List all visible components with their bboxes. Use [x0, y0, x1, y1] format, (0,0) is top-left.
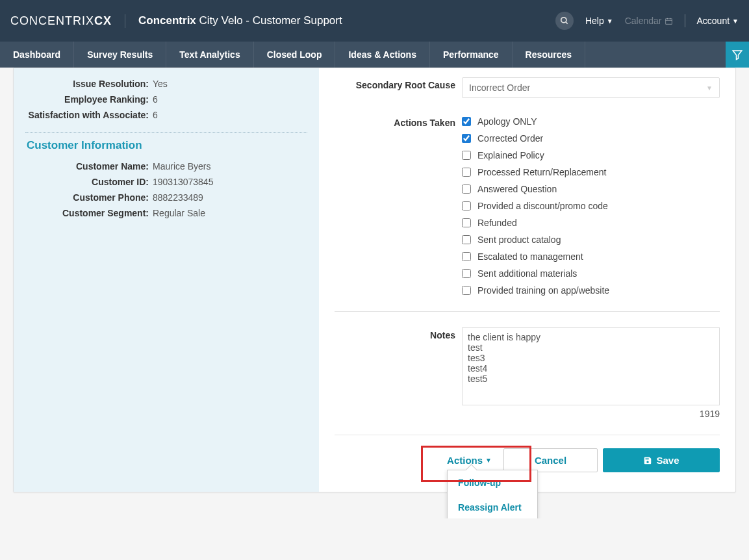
info-value: Regular Sale: [153, 208, 205, 218]
action-taken-item[interactable]: Sent product catalog: [462, 235, 720, 245]
info-row: Customer Name: Maurice Byers: [25, 159, 307, 174]
svg-rect-2: [665, 18, 672, 24]
nav-dashboard[interactable]: Dashboard: [0, 42, 74, 68]
action-taken-checkbox[interactable]: [462, 235, 471, 244]
action-taken-label: Provided a discount/promo code: [477, 201, 608, 211]
info-value: 6: [153, 94, 158, 105]
nav-performance[interactable]: Performance: [430, 42, 513, 68]
save-icon: [643, 456, 652, 465]
action-taken-item[interactable]: Explained Policy: [462, 150, 720, 160]
action-taken-checkbox[interactable]: [462, 134, 471, 143]
main-nav: Dashboard Survey Results Text Analytics …: [0, 42, 749, 68]
account-menu[interactable]: Account ▼: [697, 16, 739, 26]
nav-text-analytics[interactable]: Text Analytics: [166, 42, 253, 68]
actions-taken-row: Actions Taken Apology ONLYCorrected Orde…: [335, 111, 720, 299]
actions-dropdown-menu: Follow-up Reassign Alert View Change Log: [447, 470, 538, 518]
caret-down-icon: ▼: [732, 18, 739, 25]
chevron-down-icon: ▼: [706, 84, 713, 92]
secondary-root-cause-row: Secondary Root Cause Incorrect Order ▼: [335, 73, 720, 102]
action-taken-checkbox[interactable]: [462, 117, 471, 126]
action-taken-label: Refunded: [477, 218, 517, 228]
actions-taken-list: Apology ONLYCorrected OrderExplained Pol…: [462, 115, 720, 296]
action-taken-item[interactable]: Escalated to management: [462, 251, 720, 262]
secondary-root-cause-select[interactable]: Incorrect Order ▼: [462, 77, 720, 98]
brand-bold: Concentrix: [138, 14, 196, 27]
action-taken-checkbox[interactable]: [462, 201, 471, 210]
action-taken-label: Explained Policy: [477, 150, 544, 160]
save-button[interactable]: Save: [603, 448, 720, 472]
dropdown-follow-up[interactable]: Follow-up: [448, 470, 537, 495]
calendar-menu[interactable]: Calendar: [625, 16, 673, 26]
app-header: CONCENTRIXCX Concentrix City Velo - Cust…: [0, 0, 749, 42]
action-taken-checkbox[interactable]: [462, 218, 471, 227]
info-row: Issue Resolution: Yes: [25, 76, 307, 92]
section-divider: [25, 132, 307, 133]
select-value: Incorrect Order: [469, 83, 530, 93]
info-label: Customer Phone:: [25, 192, 153, 203]
logo: CONCENTRIXCX: [10, 14, 125, 28]
info-label: Issue Resolution:: [25, 79, 153, 89]
header-right: Help ▼ Calendar Account ▼: [555, 12, 739, 30]
calendar-icon: [665, 17, 673, 25]
form-label: Notes: [335, 327, 462, 340]
nav-survey-results[interactable]: Survey Results: [74, 42, 166, 68]
action-taken-checkbox[interactable]: [462, 252, 471, 261]
info-value: Yes: [153, 79, 168, 89]
nav-resources[interactable]: Resources: [513, 42, 586, 68]
info-label: Customer Segment:: [25, 208, 153, 218]
form-panel: Secondary Root Cause Incorrect Order ▼ A…: [319, 68, 735, 492]
action-taken-item[interactable]: Provided a discount/promo code: [462, 201, 720, 211]
help-menu[interactable]: Help ▼: [585, 16, 613, 26]
button-row: Actions ▼ Follow-up Reassign Alert View …: [335, 448, 720, 472]
action-taken-checkbox[interactable]: [462, 269, 471, 278]
logo-prefix: CONCENTRIX: [10, 14, 94, 27]
info-row: Customer Phone: 8882233489: [25, 190, 307, 205]
caret-down-icon: ▼: [485, 457, 492, 464]
divider: [335, 311, 720, 312]
caret-down-icon: ▼: [607, 18, 613, 25]
action-taken-item[interactable]: Refunded: [462, 218, 720, 228]
action-taken-checkbox[interactable]: [462, 185, 471, 194]
action-taken-label: Provided training on app/website: [477, 285, 609, 296]
action-taken-label: Processed Return/Replacement: [477, 167, 606, 177]
action-taken-item[interactable]: Corrected Order: [462, 133, 720, 144]
notes-textarea[interactable]: [462, 327, 720, 405]
cancel-button[interactable]: Cancel: [503, 448, 598, 472]
action-taken-item[interactable]: Sent additional materials: [462, 268, 720, 279]
actions-dropdown-trigger[interactable]: Actions ▼: [447, 455, 492, 466]
info-row: Customer ID: 190313073845: [25, 174, 307, 190]
action-taken-item[interactable]: Apology ONLY: [462, 116, 720, 127]
info-value: 8882233489: [153, 192, 203, 203]
info-row: Customer Segment: Regular Sale: [25, 205, 307, 221]
svg-line-1: [566, 22, 568, 24]
actions-wrapper: Actions ▼ Follow-up Reassign Alert View …: [447, 455, 498, 466]
filter-button[interactable]: [726, 42, 749, 68]
action-taken-label: Answered Question: [477, 184, 557, 194]
action-taken-checkbox[interactable]: [462, 151, 471, 160]
info-row: Employee Ranking: 6: [25, 92, 307, 107]
detail-card: Issue Resolution: Yes Employee Ranking: …: [13, 68, 736, 492]
info-value: 190313073845: [153, 177, 213, 187]
action-taken-label: Sent additional materials: [477, 268, 577, 279]
brand-rest: City Velo - Customer Support: [196, 14, 342, 27]
char-count: 1919: [462, 409, 720, 419]
nav-ideas-actions[interactable]: Ideas & Actions: [335, 42, 430, 68]
action-taken-label: Sent product catalog: [477, 235, 561, 245]
search-icon: [560, 16, 569, 25]
filter-icon: [731, 49, 743, 60]
dropdown-reassign-alert[interactable]: Reassign Alert: [448, 495, 537, 518]
action-taken-item[interactable]: Processed Return/Replacement: [462, 167, 720, 177]
form-label: Secondary Root Cause: [335, 77, 462, 90]
action-taken-label: Escalated to management: [477, 251, 583, 262]
search-button[interactable]: [555, 12, 574, 30]
action-taken-checkbox[interactable]: [462, 168, 471, 177]
notes-row: Notes 1919: [335, 324, 720, 423]
info-label: Customer ID:: [25, 177, 153, 187]
action-taken-label: Apology ONLY: [477, 116, 537, 127]
action-taken-item[interactable]: Answered Question: [462, 184, 720, 194]
info-row: Satisfaction with Associate: 6: [25, 107, 307, 123]
nav-closed-loop[interactable]: Closed Loop: [254, 42, 336, 68]
action-taken-checkbox[interactable]: [462, 286, 471, 295]
logo-suffix: CX: [94, 14, 112, 27]
action-taken-item[interactable]: Provided training on app/website: [462, 285, 720, 296]
